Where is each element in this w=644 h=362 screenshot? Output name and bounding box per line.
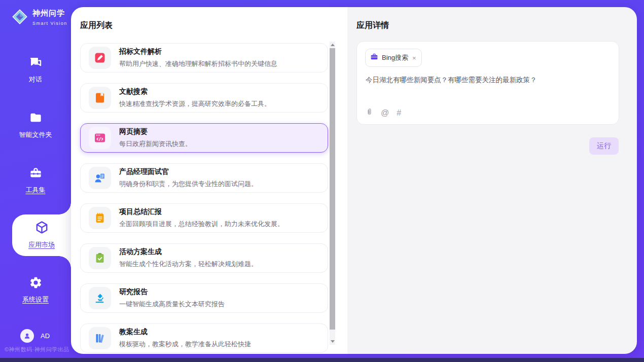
toolbox-icon: [29, 173, 43, 182]
bottom-dark-strip: [0, 358, 644, 362]
app-card-pm-interviewer[interactable]: 产品经理面试官 明确身份和职责，为您提供专业性的面试问题。: [80, 163, 328, 193]
app-card-desc: 模板驱动，教案秒成，教学准备从此轻松快捷: [119, 340, 251, 349]
app-card-project-summary[interactable]: 项目总结汇报 全面回顾项目进展，总结经验教训，助力未来优化发展。: [80, 203, 328, 233]
app-detail-title: 应用详情: [356, 20, 389, 31]
app-list-scrollbar[interactable]: [330, 42, 335, 345]
sidebar-footer-credit: ©神州数码·神州问学出品: [5, 346, 69, 353]
sidebar-item-label: 工具集: [0, 186, 71, 195]
app-card-title: 网页摘要: [119, 127, 192, 136]
folder-icon: [29, 118, 43, 126]
app-input-card: Bing搜索 × 今日湖北有哪些新闻要点？有哪些需要关注的最新政策？ @ #: [356, 41, 619, 125]
books-icon: [89, 327, 111, 349]
scrollbar-thumb[interactable]: [330, 48, 335, 330]
app-card-title: 项目总结汇报: [119, 207, 284, 216]
app-card-bid-document-analysis[interactable]: 招标文件解析 帮助用户快速、准确地理解和解析招标书中的关键信息: [80, 43, 328, 73]
sidebar-item-label: 对话: [0, 75, 71, 84]
app-card-lesson-plan[interactable]: 教案生成 模板驱动，教案秒成，教学准备从此轻松快捷: [80, 323, 328, 353]
app-card-desc: 全面回顾项目进展，总结经验教训，助力未来优化发展。: [119, 220, 284, 229]
app-card-event-plan[interactable]: 活动方案生成 智能生成个性化活动方案，轻松解决规划难题。: [80, 243, 328, 273]
chat-icon: [29, 62, 43, 71]
notepad-icon: [89, 207, 111, 229]
gear-icon: [29, 282, 43, 291]
run-button[interactable]: 运行: [589, 137, 619, 155]
bid-doc-icon: [89, 47, 111, 69]
scroll-up-button[interactable]: [330, 42, 335, 48]
main-content: 应用列表 招标文件解析 帮助用户快速、准确地理解和解析招标书中的关键信息: [71, 7, 637, 354]
close-icon[interactable]: ×: [412, 55, 417, 61]
sidebar-item-label: 系统设置: [0, 295, 71, 304]
user-label: AD: [41, 332, 50, 340]
interviewer-icon: [89, 167, 111, 189]
briefcase-icon: [370, 53, 378, 63]
app-card-desc: 一键智能生成高质量长文本研究报告: [119, 300, 225, 309]
mention-at-icon[interactable]: @: [381, 109, 389, 117]
clipboard-check-icon: [89, 247, 111, 269]
app-card-research-report[interactable]: 研究报告 一键智能生成高质量长文本研究报告: [80, 283, 328, 313]
hash-icon[interactable]: #: [397, 109, 401, 117]
sidebar-item-label: 智能文件夹: [0, 130, 71, 139]
app-card-title: 产品经理面试官: [119, 167, 258, 176]
tool-tag-bing-search[interactable]: Bing搜索 ×: [365, 49, 422, 67]
cube-icon: [34, 228, 49, 236]
sidebar-item-app-market[interactable]: 应用市场: [12, 214, 71, 256]
sidebar-item-chat[interactable]: 对话: [0, 56, 71, 84]
paperclip-icon[interactable]: [366, 107, 373, 118]
app-card-title: 文献搜索: [119, 87, 271, 96]
app-logo: 神州问学 Smart Vision: [11, 8, 71, 27]
app-list-title: 应用列表: [80, 20, 113, 31]
app-card-title: 活动方案生成: [119, 247, 258, 257]
app-card-list: 招标文件解析 帮助用户快速、准确地理解和解析招标书中的关键信息 文献搜索 快速精…: [80, 43, 328, 354]
scroll-down-button[interactable]: [330, 338, 335, 345]
app-detail-panel: 应用详情 Bing搜索 × 今日湖北有哪些新闻要点？有哪些需要关注的最新政策？: [347, 7, 637, 354]
app-card-desc: 明确身份和职责，为您提供专业性的面试问题。: [119, 179, 258, 189]
app-card-literature-search[interactable]: 文献搜索 快速精准查找学术资源，提高研究效率的必备工具。: [80, 83, 328, 113]
sidebar-item-settings[interactable]: 系统设置: [0, 276, 71, 304]
app-list-panel: 应用列表 招标文件解析 帮助用户快速、准确地理解和解析招标书中的关键信息: [71, 7, 347, 354]
logo-title: 神州问学: [32, 9, 65, 17]
app-card-title: 研究报告: [119, 287, 225, 297]
sidebar-item-toolset[interactable]: 工具集: [0, 166, 71, 195]
microscope-icon: [89, 287, 111, 309]
triangle-down-icon: [331, 340, 335, 343]
sidebar-item-label: 应用市场: [12, 240, 71, 249]
app-card-desc: 帮助用户快速、准确地理解和解析招标书中的关键信息: [119, 59, 277, 68]
sidebar: 神州问学 Smart Vision 对话 智能文件夹: [0, 0, 71, 362]
input-toolbar: @ #: [366, 107, 401, 118]
app-card-web-summary[interactable]: 网页摘要 每日政府新闻资讯快查。: [80, 123, 328, 153]
app-card-desc: 每日政府新闻资讯快查。: [119, 139, 192, 149]
query-input-text[interactable]: 今日湖北有哪些新闻要点？有哪些需要关注的最新政策？: [366, 75, 611, 85]
app-card-desc: 智能生成个性化活动方案，轻松解决规划难题。: [119, 260, 258, 269]
tool-tag-label: Bing搜索: [382, 53, 408, 62]
avatar: [20, 329, 34, 343]
triangle-up-icon: [331, 44, 335, 46]
browser-icon: [89, 127, 111, 149]
user-account[interactable]: AD: [20, 329, 50, 343]
logo-subtitle: Smart Vision: [32, 21, 67, 26]
sidebar-item-smart-folder[interactable]: 智能文件夹: [0, 111, 71, 139]
app-card-desc: 快速精准查找学术资源，提高研究效率的必备工具。: [119, 99, 271, 108]
book-icon: [89, 87, 111, 109]
app-card-title: 招标文件解析: [119, 47, 277, 56]
gem-logo-icon: [11, 8, 28, 27]
app-card-title: 教案生成: [119, 328, 251, 337]
